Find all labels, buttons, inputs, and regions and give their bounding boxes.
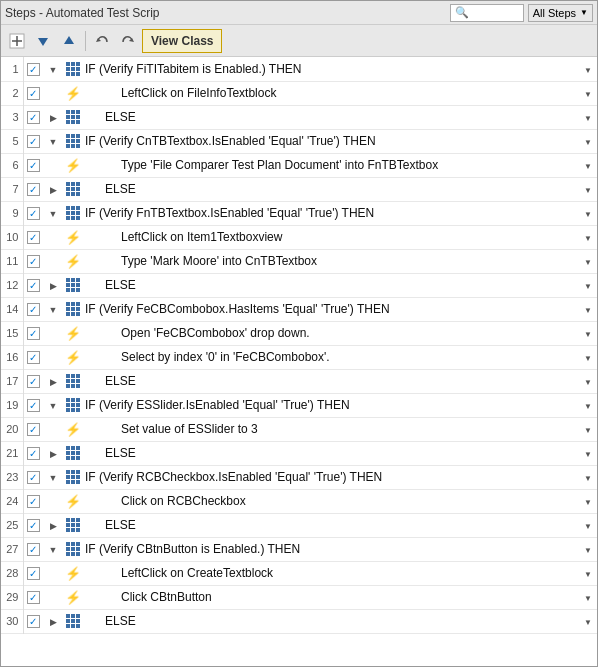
step-checkbox[interactable] bbox=[23, 201, 43, 225]
step-expand[interactable]: ▶ bbox=[43, 513, 63, 537]
table-row[interactable]: 27▼IF (Verify CBtnButton is Enabled.) TH… bbox=[1, 537, 597, 561]
step-expand[interactable]: ▼ bbox=[43, 465, 63, 489]
step-expand[interactable] bbox=[43, 561, 63, 585]
step-expand[interactable] bbox=[43, 153, 63, 177]
table-row[interactable]: 11⚡Type 'Mark Moore' into CnTBTextbox▼ bbox=[1, 249, 597, 273]
step-dropdown-button[interactable]: ▼ bbox=[579, 105, 597, 129]
step-expand[interactable]: ▼ bbox=[43, 201, 63, 225]
table-row[interactable]: 28⚡LeftClick on CreateTextblock▼ bbox=[1, 561, 597, 585]
table-row[interactable]: 14▼IF (Verify FeCBCombobox.HasItems 'Equ… bbox=[1, 297, 597, 321]
step-expand[interactable]: ▼ bbox=[43, 393, 63, 417]
step-checkbox[interactable] bbox=[23, 153, 43, 177]
step-dropdown-button[interactable]: ▼ bbox=[579, 249, 597, 273]
table-row[interactable]: 7▶ELSE▼ bbox=[1, 177, 597, 201]
step-checkbox[interactable] bbox=[23, 609, 43, 633]
table-row[interactable]: 20⚡Set value of ESSlider to 3▼ bbox=[1, 417, 597, 441]
search-input[interactable] bbox=[469, 7, 519, 19]
step-checkbox[interactable] bbox=[23, 81, 43, 105]
table-row[interactable]: 25▶ELSE▼ bbox=[1, 513, 597, 537]
table-row[interactable]: 21▶ELSE▼ bbox=[1, 441, 597, 465]
step-dropdown-button[interactable]: ▼ bbox=[579, 177, 597, 201]
table-row[interactable]: 12▶ELSE▼ bbox=[1, 273, 597, 297]
step-dropdown-button[interactable]: ▼ bbox=[579, 129, 597, 153]
step-dropdown-button[interactable]: ▼ bbox=[579, 441, 597, 465]
table-row[interactable]: 16⚡Select by index '0' in 'FeCBCombobox'… bbox=[1, 345, 597, 369]
step-expand[interactable] bbox=[43, 321, 63, 345]
step-dropdown-button[interactable]: ▼ bbox=[579, 465, 597, 489]
step-expand[interactable]: ▼ bbox=[43, 129, 63, 153]
table-row[interactable]: 1▼IF (Verify FiTITabitem is Enabled.) TH… bbox=[1, 57, 597, 81]
step-dropdown-button[interactable]: ▼ bbox=[579, 345, 597, 369]
step-expand[interactable]: ▶ bbox=[43, 609, 63, 633]
table-row[interactable]: 2⚡LeftClick on FileInfoTextblock▼ bbox=[1, 81, 597, 105]
step-checkbox[interactable] bbox=[23, 585, 43, 609]
step-expand[interactable]: ▼ bbox=[43, 297, 63, 321]
view-class-button[interactable]: View Class bbox=[142, 29, 222, 53]
step-expand[interactable] bbox=[43, 585, 63, 609]
step-checkbox[interactable] bbox=[23, 225, 43, 249]
step-expand[interactable] bbox=[43, 81, 63, 105]
step-expand[interactable] bbox=[43, 489, 63, 513]
step-expand[interactable] bbox=[43, 249, 63, 273]
step-checkbox[interactable] bbox=[23, 393, 43, 417]
table-row[interactable]: 6⚡Type 'File Comparer Test Plan Document… bbox=[1, 153, 597, 177]
step-checkbox[interactable] bbox=[23, 57, 43, 81]
step-checkbox[interactable] bbox=[23, 537, 43, 561]
step-checkbox[interactable] bbox=[23, 273, 43, 297]
step-dropdown-button[interactable]: ▼ bbox=[579, 273, 597, 297]
move-down-button[interactable] bbox=[31, 29, 55, 53]
step-checkbox[interactable] bbox=[23, 561, 43, 585]
step-dropdown-button[interactable]: ▼ bbox=[579, 201, 597, 225]
table-row[interactable]: 17▶ELSE▼ bbox=[1, 369, 597, 393]
step-dropdown-button[interactable]: ▼ bbox=[579, 225, 597, 249]
table-row[interactable]: 24⚡Click on RCBCheckbox▼ bbox=[1, 489, 597, 513]
step-dropdown-button[interactable]: ▼ bbox=[579, 393, 597, 417]
table-row[interactable]: 30▶ELSE▼ bbox=[1, 609, 597, 633]
step-checkbox[interactable] bbox=[23, 465, 43, 489]
step-dropdown-button[interactable]: ▼ bbox=[579, 489, 597, 513]
step-expand[interactable] bbox=[43, 225, 63, 249]
step-dropdown-button[interactable]: ▼ bbox=[579, 57, 597, 81]
step-dropdown-button[interactable]: ▼ bbox=[579, 609, 597, 633]
step-dropdown-button[interactable]: ▼ bbox=[579, 561, 597, 585]
filter-dropdown[interactable]: All Steps ▼ bbox=[528, 4, 593, 22]
table-row[interactable]: 3▶ELSE▼ bbox=[1, 105, 597, 129]
step-dropdown-button[interactable]: ▼ bbox=[579, 369, 597, 393]
step-dropdown-button[interactable]: ▼ bbox=[579, 417, 597, 441]
step-expand[interactable] bbox=[43, 417, 63, 441]
step-dropdown-button[interactable]: ▼ bbox=[579, 321, 597, 345]
step-checkbox[interactable] bbox=[23, 105, 43, 129]
table-row[interactable]: 10⚡LeftClick on Item1Textboxview▼ bbox=[1, 225, 597, 249]
table-row[interactable]: 15⚡Open 'FeCBCombobox' drop down.▼ bbox=[1, 321, 597, 345]
step-checkbox[interactable] bbox=[23, 297, 43, 321]
step-dropdown-button[interactable]: ▼ bbox=[579, 537, 597, 561]
step-checkbox[interactable] bbox=[23, 369, 43, 393]
step-checkbox[interactable] bbox=[23, 321, 43, 345]
step-expand[interactable]: ▶ bbox=[43, 273, 63, 297]
step-checkbox[interactable] bbox=[23, 129, 43, 153]
table-row[interactable]: 5▼IF (Verify CnTBTextbox.IsEnabled 'Equa… bbox=[1, 129, 597, 153]
table-row[interactable]: 19▼IF (Verify ESSlider.IsEnabled 'Equal'… bbox=[1, 393, 597, 417]
step-checkbox[interactable] bbox=[23, 441, 43, 465]
redo-button[interactable] bbox=[116, 29, 140, 53]
step-dropdown-button[interactable]: ▼ bbox=[579, 153, 597, 177]
table-row[interactable]: 23▼IF (Verify RCBCheckbox.IsEnabled 'Equ… bbox=[1, 465, 597, 489]
step-expand[interactable]: ▼ bbox=[43, 537, 63, 561]
search-box[interactable]: 🔍 bbox=[450, 4, 524, 22]
step-expand[interactable]: ▶ bbox=[43, 369, 63, 393]
undo-button[interactable] bbox=[90, 29, 114, 53]
step-checkbox[interactable] bbox=[23, 177, 43, 201]
step-checkbox[interactable] bbox=[23, 249, 43, 273]
step-checkbox[interactable] bbox=[23, 513, 43, 537]
step-dropdown-button[interactable]: ▼ bbox=[579, 81, 597, 105]
add-step-button[interactable] bbox=[5, 29, 29, 53]
step-checkbox[interactable] bbox=[23, 417, 43, 441]
table-row[interactable]: 29⚡Click CBtnButton▼ bbox=[1, 585, 597, 609]
step-expand[interactable]: ▶ bbox=[43, 441, 63, 465]
move-up-button[interactable] bbox=[57, 29, 81, 53]
step-dropdown-button[interactable]: ▼ bbox=[579, 297, 597, 321]
step-expand[interactable]: ▼ bbox=[43, 57, 63, 81]
step-expand[interactable] bbox=[43, 345, 63, 369]
step-checkbox[interactable] bbox=[23, 345, 43, 369]
step-dropdown-button[interactable]: ▼ bbox=[579, 513, 597, 537]
